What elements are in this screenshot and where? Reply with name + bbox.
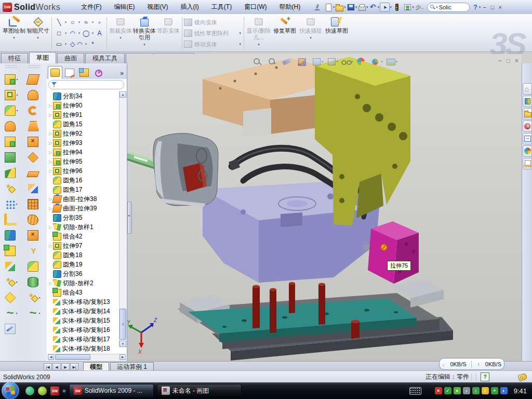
tab-nav-button[interactable]: ◀ — [52, 363, 61, 370]
scene-icon[interactable] — [385, 57, 396, 66]
toolbar-button[interactable]: ▾ — [28, 74, 41, 85]
tree-item[interactable]: ▷ 实体-移动/复制17 — [48, 335, 119, 344]
view-orientation-icon[interactable] — [311, 57, 322, 66]
tab-nav-button[interactable]: ▶| — [70, 363, 78, 370]
panel-splitter-handle[interactable] — [127, 202, 132, 234]
tree-item[interactable]: ▷ 实体-移动/复制14 — [48, 307, 119, 316]
tree-item[interactable]: ▷ 拉伸94 — [48, 148, 119, 157]
tree-item[interactable]: ▷ 分割34 — [48, 91, 119, 101]
search-box[interactable]: ▾ Solic — [427, 3, 470, 12]
menu-item[interactable]: 文件(F) — [76, 1, 107, 13]
toolbar-button[interactable]: ▾ — [4, 214, 19, 225]
tree-item[interactable]: ▷ 拉伸96 — [48, 166, 119, 176]
toolbar-button[interactable]: ▾ — [5, 261, 17, 272]
sketch-tool-button[interactable]: ◇ — [68, 40, 77, 48]
command-button[interactable]: 草图绘制 ▾ — [2, 15, 26, 51]
undo-icon[interactable] — [369, 3, 378, 11]
taskbar-window-button[interactable]: SW SolidWorks 2009 - ... — [69, 384, 154, 398]
sketch-tool-button[interactable]: ▾ — [90, 29, 95, 37]
sketch-tool-button[interactable]: ◯ — [82, 29, 90, 37]
tree-filter-box[interactable] — [48, 80, 124, 89]
antivirus-icon[interactable]: × — [435, 387, 442, 394]
solidworks-quicklaunch-icon[interactable]: SW — [50, 387, 59, 395]
restore-button[interactable]: □ — [488, 4, 496, 10]
command-button[interactable]: 智能尺寸 ▾ — [26, 15, 50, 51]
volume-icon[interactable]: ♪ — [463, 387, 470, 394]
tree-item[interactable]: ▷ 曲面-拉伸38 — [48, 194, 119, 204]
toolbar-button[interactable]: ▾ — [28, 121, 41, 131]
toolbar-button[interactable]: ▾ — [5, 136, 18, 147]
command-button[interactable]: 镜向实体 ▾ — [184, 17, 242, 28]
document-tab[interactable]: 模型 — [83, 362, 109, 371]
tree-item[interactable]: ▷ 分割36 — [48, 269, 119, 278]
toolbar-button[interactable]: ▾ — [28, 308, 40, 318]
dropdown-arrow-icon[interactable]: ▾ — [344, 5, 346, 9]
tree-item[interactable]: ▷ 实体-移动/复制16 — [48, 325, 119, 335]
close-button[interactable]: × — [496, 4, 504, 10]
scroll-left-button[interactable]: ◀ — [48, 354, 54, 360]
toolbar-button[interactable]: ▾ — [28, 167, 41, 178]
ribbon-tab[interactable]: 草图 — [29, 52, 56, 63]
tree-item[interactable]: ▷ 圆角17 — [48, 185, 119, 194]
tree-item[interactable]: ▷ 分割35 — [48, 213, 119, 222]
tab-nav-button[interactable]: ▶ — [61, 363, 70, 370]
search-dropdown-icon[interactable]: ▾ — [436, 5, 438, 9]
ribbon-tab[interactable]: 曲面 — [57, 53, 84, 63]
menu-item[interactable]: 视图(V) — [142, 1, 173, 13]
toolbar-button[interactable]: ▾ — [28, 261, 41, 272]
hide-show-items-icon[interactable] — [341, 57, 351, 66]
ribbon-tab[interactable]: 模具工具 — [85, 53, 125, 63]
security-quicklaunch-icon[interactable] — [38, 387, 47, 395]
tree-item[interactable]: ▷ 拉伸90 — [48, 101, 119, 110]
tree-item[interactable]: ▷ 拉伸91 — [48, 110, 119, 119]
truncated-toolbar-item[interactable]: 少.. — [416, 4, 424, 11]
sketch-tool-button[interactable]: ▾ — [77, 18, 82, 26]
command-button[interactable]: 快速捕捉 ▾ — [298, 15, 324, 51]
tree-item[interactable]: ▷ 圆角18 — [48, 250, 119, 260]
view-settings-icon[interactable] — [370, 57, 381, 66]
toolbar-button[interactable]: ▾ — [5, 152, 18, 163]
task-pane-tab[interactable] — [523, 121, 532, 132]
toolbar-button[interactable]: ▾ — [5, 308, 17, 318]
quick-tips-button[interactable]: ? — [481, 373, 489, 381]
quick-launch-chevron[interactable]: » — [62, 387, 66, 394]
toolbar-button[interactable]: ▾ — [5, 323, 18, 334]
doc-restore-button[interactable]: □ — [507, 57, 510, 64]
tree-item[interactable]: ▷ 拉伸97 — [48, 241, 119, 250]
display-style-icon[interactable] — [326, 57, 337, 66]
expand-arrow-icon[interactable]: ▷ — [48, 281, 53, 286]
tab-nav-button[interactable]: |◀ — [44, 363, 52, 370]
dropdown-arrow-icon[interactable]: ▾ — [378, 5, 380, 9]
start-button[interactable] — [2, 382, 19, 399]
toolbar-button[interactable]: ▾ — [5, 292, 18, 303]
command-button[interactable]: 等距实体 ▾ — [156, 15, 180, 51]
scrollbar-thumb[interactable] — [119, 309, 126, 340]
expand-arrow-icon[interactable]: ▷ — [48, 169, 53, 174]
sketch-tool-button[interactable]: ▾ — [90, 18, 95, 26]
tree-item[interactable]: ▷ 组合43 — [48, 288, 119, 297]
select-cursor-icon[interactable] — [380, 3, 390, 12]
toolbar-button[interactable]: ▾ — [5, 183, 17, 194]
apply-scene-icon[interactable] — [356, 57, 366, 66]
warning-icon[interactable]: ! — [482, 387, 489, 394]
manager-tab[interactable] — [62, 66, 77, 79]
tree-item[interactable]: ▷ 切除-放样2 — [48, 278, 119, 288]
tree-item[interactable]: ▷ 圆角16 — [48, 176, 119, 185]
update-icon[interactable]: ◐ — [500, 387, 508, 394]
toolbar-button[interactable]: ▾ — [5, 105, 18, 116]
command-button[interactable]: 剪裁实体 ▾ — [109, 15, 132, 51]
expand-arrow-icon[interactable]: ▷ — [48, 103, 53, 108]
tree-item[interactable]: ▷ 切除-放样1 — [48, 222, 119, 232]
firewall-icon[interactable]: ✓ — [444, 387, 451, 394]
badge-icon[interactable]: ● — [454, 387, 461, 394]
dropdown-arrow-icon[interactable]: ▾ — [412, 5, 414, 9]
toolbar-button[interactable]: ▾ — [5, 276, 17, 287]
toolbar-button[interactable]: ▾ — [5, 230, 18, 241]
tree-item[interactable]: ▷ 圆角15 — [48, 119, 119, 129]
toolbar-button[interactable]: ▾ — [28, 230, 41, 241]
options-icon[interactable] — [403, 3, 412, 11]
sketch-tool-button[interactable]: ▾ — [63, 18, 68, 26]
panel-chevron[interactable]: » — [120, 70, 126, 79]
toolbar-button[interactable]: ▾ — [5, 245, 18, 256]
toolbar-button[interactable]: ▾ — [28, 89, 41, 100]
